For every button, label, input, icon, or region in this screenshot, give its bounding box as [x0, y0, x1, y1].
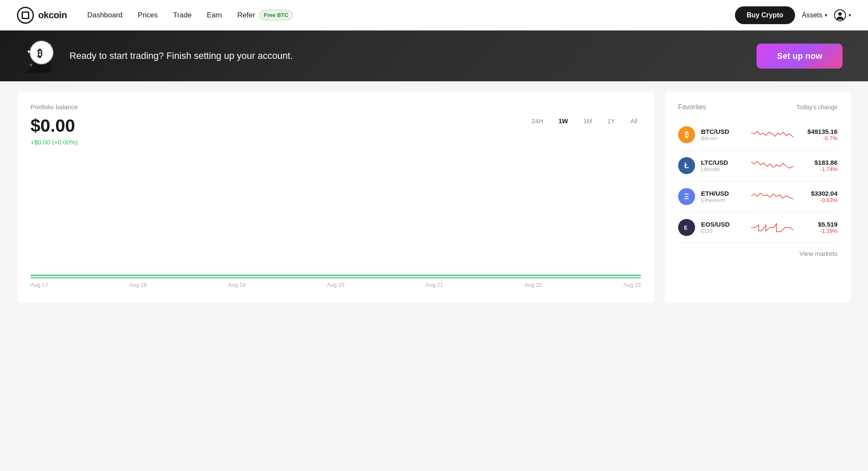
- eos-info: EOS/USD EOS: [701, 221, 745, 234]
- ltc-pair: LTC/USD: [701, 159, 745, 166]
- ltc-change: -1.74%: [799, 166, 837, 172]
- banner-text: Ready to start trading? Finish setting u…: [70, 50, 293, 61]
- xaxis-aug21: Aug 21: [426, 282, 443, 288]
- eth-icon: Ξ: [678, 188, 695, 205]
- btc-change: -0.7%: [799, 135, 837, 141]
- todays-change-label: Today's change: [796, 104, 837, 111]
- portfolio-chart-svg: [31, 193, 641, 277]
- ltc-icon: Ł: [678, 157, 695, 174]
- main-nav: Dashboard Prices Trade Earn Refer Free B…: [87, 10, 293, 20]
- period-1m[interactable]: 1M: [580, 116, 595, 126]
- favorites-header: Favorites Today's change: [678, 103, 837, 111]
- period-1w[interactable]: 1W: [555, 116, 572, 126]
- portfolio-chart-area: Aug 17 Aug 18 Aug 19 Aug 20 Aug 21 Aug 2…: [31, 154, 641, 291]
- banner-left: ₿ ✦ + ○ Ready to start trading? Finish s…: [25, 39, 293, 73]
- logo[interactable]: okcoin: [17, 7, 67, 24]
- nav-item-dashboard[interactable]: Dashboard: [87, 11, 122, 19]
- btc-sparkline: [751, 126, 793, 143]
- eth-change: -0.63%: [799, 197, 837, 203]
- header-left: okcoin Dashboard Prices Trade Earn Refer…: [17, 7, 293, 24]
- nav-item-refer[interactable]: Refer: [237, 11, 255, 19]
- xaxis-aug22: Aug 22: [525, 282, 542, 288]
- buy-crypto-button[interactable]: Buy Crypto: [735, 6, 795, 24]
- xaxis-aug19: Aug 19: [228, 282, 245, 288]
- eth-sparkline: [751, 188, 793, 205]
- fav-item-eos[interactable]: E EOS/USD EOS $5.519 -1.29%: [678, 212, 837, 243]
- assets-label: Assets: [802, 11, 822, 19]
- btc-price-block: $49135.16 -0.7%: [799, 128, 837, 141]
- free-btc-badge[interactable]: Free BTC: [259, 10, 293, 20]
- period-24h[interactable]: 24H: [528, 116, 547, 126]
- xaxis-aug20: Aug 20: [327, 282, 344, 288]
- xaxis-aug18: Aug 18: [129, 282, 147, 288]
- favorites-title: Favorites: [678, 103, 706, 111]
- eos-sparkline: [751, 219, 793, 236]
- btc-pair: BTC/USD: [701, 128, 745, 135]
- banner-bitcoin-icon: ₿ ✦ + ○: [25, 39, 59, 73]
- portfolio-card: Portfolio balance $0.00 +$0.00 (+0.00%) …: [17, 91, 654, 303]
- svg-text:○: ○: [49, 42, 51, 46]
- user-chevron-icon: ▾: [849, 12, 851, 18]
- ltc-info: LTC/USD Litecoin: [701, 159, 745, 172]
- xaxis-aug23: Aug 23: [623, 282, 641, 288]
- eth-pair: ETH/USD: [701, 190, 745, 197]
- portfolio-change: +$0.00 (+0.00%): [31, 139, 78, 146]
- btc-price: $49135.16: [799, 128, 837, 135]
- svg-text:+: +: [30, 63, 32, 67]
- period-1y[interactable]: 1Y: [604, 116, 618, 126]
- eth-name: Ethereum: [701, 197, 745, 203]
- eos-name: EOS: [701, 228, 745, 234]
- svg-text:E: E: [684, 225, 687, 231]
- view-markets-link[interactable]: View markets: [678, 250, 837, 257]
- chart-controls: 24H 1W 1M 1Y All: [528, 116, 641, 126]
- eth-price: $3302.04: [799, 190, 837, 197]
- eth-info: ETH/USD Ethereum: [701, 190, 745, 203]
- eos-change: -1.29%: [799, 228, 837, 234]
- svg-text:₿: ₿: [37, 47, 42, 59]
- assets-button[interactable]: Assets ▾: [802, 11, 827, 19]
- fav-item-btc[interactable]: ₿ BTC/USD Bitcoin $49135.16 -0.7%: [678, 119, 837, 150]
- nav-item-earn[interactable]: Earn: [207, 11, 222, 19]
- logo-icon-inner: [22, 11, 29, 19]
- fav-item-eth[interactable]: Ξ ETH/USD Ethereum $3302.04 -0.63%: [678, 181, 837, 212]
- ltc-name: Litecoin: [701, 166, 745, 172]
- ltc-sparkline: [751, 157, 793, 174]
- user-icon: [834, 9, 846, 21]
- logo-icon: [17, 7, 34, 24]
- setup-banner: ₿ ✦ + ○ Ready to start trading? Finish s…: [0, 30, 868, 81]
- portfolio-amount: $0.00: [31, 116, 78, 136]
- assets-chevron-icon: ▾: [825, 12, 827, 18]
- nav-item-trade[interactable]: Trade: [173, 11, 192, 19]
- ltc-price: $183.86: [799, 159, 837, 166]
- user-menu-button[interactable]: ▾: [834, 9, 851, 21]
- xaxis-aug17: Aug 17: [31, 282, 48, 288]
- eos-pair: EOS/USD: [701, 221, 745, 228]
- svg-point-1: [838, 12, 842, 16]
- btc-info: BTC/USD Bitcoin: [701, 128, 745, 141]
- refer-wrapper: Refer Free BTC: [237, 10, 293, 20]
- svg-text:✦: ✦: [26, 48, 31, 55]
- favorites-card: Favorites Today's change ₿ BTC/USD Bitco…: [665, 91, 851, 303]
- logo-text: okcoin: [38, 10, 67, 21]
- set-up-now-button[interactable]: Set up now: [757, 44, 843, 69]
- header-right: Buy Crypto Assets ▾ ▾: [735, 6, 851, 24]
- header: okcoin Dashboard Prices Trade Earn Refer…: [0, 0, 868, 30]
- eos-price: $5.519: [799, 221, 837, 228]
- eos-icon: E: [678, 219, 695, 236]
- btc-icon: ₿: [678, 126, 695, 143]
- nav-item-prices[interactable]: Prices: [138, 11, 158, 19]
- portfolio-label: Portfolio balance: [31, 103, 641, 111]
- ltc-price-block: $183.86 -1.74%: [799, 159, 837, 172]
- main-content: Portfolio balance $0.00 +$0.00 (+0.00%) …: [0, 81, 868, 313]
- eth-price-block: $3302.04 -0.63%: [799, 190, 837, 203]
- period-all[interactable]: All: [627, 116, 641, 126]
- chart-xaxis: Aug 17 Aug 18 Aug 19 Aug 20 Aug 21 Aug 2…: [31, 277, 641, 291]
- btc-name: Bitcoin: [701, 135, 745, 141]
- eos-price-block: $5.519 -1.29%: [799, 221, 837, 234]
- fav-item-ltc[interactable]: Ł LTC/USD Litecoin $183.86 -1.74%: [678, 150, 837, 181]
